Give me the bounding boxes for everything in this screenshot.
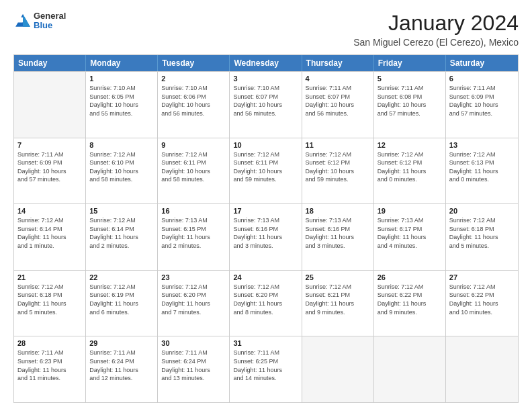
day-number: 16 [161, 207, 226, 215]
day-number: 29 [89, 339, 154, 347]
day-number: 18 [306, 207, 370, 215]
calendar-cell: 9Sunrise: 7:12 AM Sunset: 6:11 PM Daylig… [158, 138, 230, 204]
calendar-cell: 7Sunrise: 7:11 AM Sunset: 6:09 PM Daylig… [14, 138, 86, 204]
day-number: 15 [89, 207, 154, 215]
svg-rect-2 [17, 17, 23, 23]
day-number: 31 [233, 339, 298, 347]
calendar-day-header: Sunday [14, 55, 86, 71]
logo: General Blue [13, 11, 66, 31]
day-number: 26 [378, 273, 442, 281]
calendar-cell: 21Sunrise: 7:12 AM Sunset: 6:18 PM Dayli… [14, 271, 86, 336]
calendar-day-header: Wednesday [230, 55, 302, 71]
day-number: 4 [306, 75, 370, 83]
day-info: Sunrise: 7:12 AM Sunset: 6:12 PM Dayligh… [306, 150, 370, 184]
day-info: Sunrise: 7:12 AM Sunset: 6:14 PM Dayligh… [17, 216, 82, 250]
calendar-cell: 5Sunrise: 7:11 AM Sunset: 6:08 PM Daylig… [374, 72, 446, 138]
day-number: 2 [161, 75, 226, 83]
day-number: 14 [17, 207, 82, 215]
day-info: Sunrise: 7:12 AM Sunset: 6:11 PM Dayligh… [233, 150, 298, 184]
day-number: 22 [89, 273, 154, 281]
calendar-row: 21Sunrise: 7:12 AM Sunset: 6:18 PM Dayli… [14, 270, 518, 336]
calendar-row: 14Sunrise: 7:12 AM Sunset: 6:14 PM Dayli… [14, 203, 518, 270]
calendar-day-header: Saturday [446, 55, 518, 71]
day-number: 7 [17, 141, 82, 149]
day-number: 9 [161, 141, 226, 149]
day-info: Sunrise: 7:12 AM Sunset: 6:19 PM Dayligh… [89, 283, 154, 316]
day-number: 12 [378, 141, 442, 149]
day-info: Sunrise: 7:11 AM Sunset: 6:25 PM Dayligh… [233, 349, 298, 382]
calendar-body: 1Sunrise: 7:10 AM Sunset: 6:05 PM Daylig… [14, 71, 518, 402]
calendar-cell: 10Sunrise: 7:12 AM Sunset: 6:11 PM Dayli… [230, 138, 302, 204]
day-number: 13 [449, 141, 515, 149]
calendar-cell [374, 336, 446, 402]
calendar-row: 28Sunrise: 7:11 AM Sunset: 6:23 PM Dayli… [14, 336, 518, 402]
day-number: 10 [233, 141, 298, 149]
day-info: Sunrise: 7:12 AM Sunset: 6:21 PM Dayligh… [306, 283, 370, 316]
day-info: Sunrise: 7:11 AM Sunset: 6:24 PM Dayligh… [161, 349, 226, 382]
calendar-cell: 19Sunrise: 7:13 AM Sunset: 6:17 PM Dayli… [374, 204, 446, 270]
svg-marker-1 [23, 14, 30, 27]
calendar-cell: 8Sunrise: 7:12 AM Sunset: 6:10 PM Daylig… [86, 138, 158, 204]
day-number: 1 [89, 75, 154, 83]
calendar-row: 7Sunrise: 7:11 AM Sunset: 6:09 PM Daylig… [14, 138, 518, 204]
calendar-cell: 2Sunrise: 7:10 AM Sunset: 6:06 PM Daylig… [158, 72, 230, 138]
day-number: 17 [233, 207, 298, 215]
calendar-cell: 28Sunrise: 7:11 AM Sunset: 6:23 PM Dayli… [14, 336, 86, 402]
day-info: Sunrise: 7:12 AM Sunset: 6:22 PM Dayligh… [378, 283, 442, 316]
day-info: Sunrise: 7:12 AM Sunset: 6:11 PM Dayligh… [161, 150, 226, 184]
day-number: 8 [89, 141, 154, 149]
day-number: 19 [378, 207, 442, 215]
calendar-day-header: Monday [86, 55, 158, 71]
calendar-cell: 26Sunrise: 7:12 AM Sunset: 6:22 PM Dayli… [374, 271, 446, 336]
calendar-cell: 31Sunrise: 7:11 AM Sunset: 6:25 PM Dayli… [230, 336, 302, 402]
calendar-cell: 16Sunrise: 7:13 AM Sunset: 6:15 PM Dayli… [158, 204, 230, 270]
day-info: Sunrise: 7:12 AM Sunset: 6:22 PM Dayligh… [449, 283, 515, 316]
day-info: Sunrise: 7:12 AM Sunset: 6:14 PM Dayligh… [89, 216, 154, 250]
day-number: 5 [378, 75, 442, 83]
title-area: January 2024 San Miguel Cerezo (El Cerez… [353, 11, 519, 48]
day-number: 21 [17, 273, 82, 281]
calendar-cell: 24Sunrise: 7:12 AM Sunset: 6:20 PM Dayli… [230, 271, 302, 336]
calendar-cell: 12Sunrise: 7:12 AM Sunset: 6:12 PM Dayli… [374, 138, 446, 204]
calendar-day-header: Thursday [302, 55, 374, 71]
calendar-cell: 13Sunrise: 7:12 AM Sunset: 6:13 PM Dayli… [446, 138, 518, 204]
day-info: Sunrise: 7:12 AM Sunset: 6:20 PM Dayligh… [233, 283, 298, 316]
day-info: Sunrise: 7:12 AM Sunset: 6:20 PM Dayligh… [161, 283, 226, 316]
calendar-cell: 27Sunrise: 7:12 AM Sunset: 6:22 PM Dayli… [446, 271, 518, 336]
month-title: January 2024 [353, 11, 519, 36]
calendar-header: SundayMondayTuesdayWednesdayThursdayFrid… [14, 55, 518, 71]
calendar-cell: 22Sunrise: 7:12 AM Sunset: 6:19 PM Dayli… [86, 271, 158, 336]
calendar-cell: 14Sunrise: 7:12 AM Sunset: 6:14 PM Dayli… [14, 204, 86, 270]
calendar-row: 1Sunrise: 7:10 AM Sunset: 6:05 PM Daylig… [14, 71, 518, 138]
day-number: 30 [161, 339, 226, 347]
day-info: Sunrise: 7:13 AM Sunset: 6:16 PM Dayligh… [306, 216, 370, 250]
calendar-cell: 18Sunrise: 7:13 AM Sunset: 6:16 PM Dayli… [302, 204, 374, 270]
calendar-cell: 29Sunrise: 7:11 AM Sunset: 6:24 PM Dayli… [86, 336, 158, 402]
calendar-cell: 23Sunrise: 7:12 AM Sunset: 6:20 PM Dayli… [158, 271, 230, 336]
day-info: Sunrise: 7:11 AM Sunset: 6:23 PM Dayligh… [17, 349, 82, 382]
logo-blue: Blue [34, 21, 66, 30]
logo-general: General [34, 11, 66, 21]
day-info: Sunrise: 7:11 AM Sunset: 6:24 PM Dayligh… [89, 349, 154, 382]
calendar-day-header: Tuesday [158, 55, 230, 71]
day-info: Sunrise: 7:13 AM Sunset: 6:16 PM Dayligh… [233, 216, 298, 250]
day-number: 3 [233, 75, 298, 83]
calendar-cell: 4Sunrise: 7:11 AM Sunset: 6:07 PM Daylig… [302, 72, 374, 138]
day-info: Sunrise: 7:13 AM Sunset: 6:17 PM Dayligh… [378, 216, 442, 250]
day-info: Sunrise: 7:11 AM Sunset: 6:09 PM Dayligh… [449, 84, 515, 118]
logo-icon [13, 12, 32, 31]
calendar: SundayMondayTuesdayWednesdayThursdayFrid… [13, 54, 519, 403]
calendar-cell [446, 336, 518, 402]
calendar-cell: 6Sunrise: 7:11 AM Sunset: 6:09 PM Daylig… [446, 72, 518, 138]
calendar-cell [302, 336, 374, 402]
day-info: Sunrise: 7:13 AM Sunset: 6:15 PM Dayligh… [161, 216, 226, 250]
calendar-cell: 1Sunrise: 7:10 AM Sunset: 6:05 PM Daylig… [86, 72, 158, 138]
day-number: 24 [233, 273, 298, 281]
page: General Blue January 2024 San Miguel Cer… [0, 0, 532, 411]
day-info: Sunrise: 7:12 AM Sunset: 6:18 PM Dayligh… [449, 216, 515, 250]
day-info: Sunrise: 7:10 AM Sunset: 6:05 PM Dayligh… [89, 84, 154, 118]
logo-text: General Blue [34, 11, 66, 31]
calendar-cell: 3Sunrise: 7:10 AM Sunset: 6:07 PM Daylig… [230, 72, 302, 138]
day-info: Sunrise: 7:11 AM Sunset: 6:07 PM Dayligh… [306, 84, 370, 118]
calendar-day-header: Friday [374, 55, 446, 71]
